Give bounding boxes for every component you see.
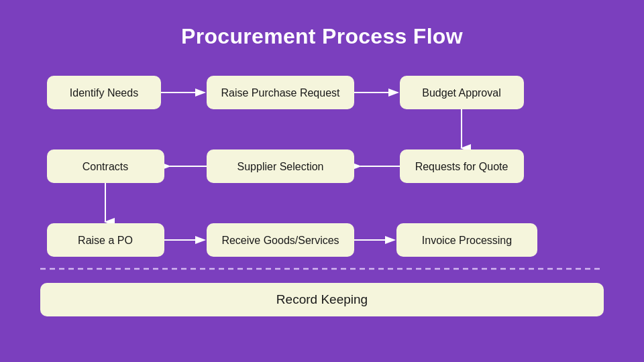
flow-diagram: Identify Needs Raise Purchase Request Bu…: [27, 69, 617, 316]
invoice-processing-label: Invoice Processing: [422, 235, 512, 246]
requests-for-quote-label: Requests for Quote: [415, 161, 508, 172]
contracts-label: Contracts: [83, 161, 128, 172]
flow-svg: Identify Needs Raise Purchase Request Bu…: [27, 69, 617, 280]
record-keeping-label: Record Keeping: [276, 292, 368, 306]
record-keeping-box: Record Keeping: [40, 283, 604, 316]
raise-purchase-request-label: Raise Purchase Request: [221, 87, 341, 99]
budget-approval-label: Budget Approval: [422, 87, 500, 99]
supplier-selection-label: Supplier Selection: [237, 161, 324, 172]
raise-po-label: Raise a PO: [78, 235, 133, 246]
identify-needs-label: Identify Needs: [70, 87, 138, 99]
receive-goods-label: Receive Goods/Services: [221, 235, 339, 246]
page-title: Procurement Process Flow: [181, 24, 463, 49]
